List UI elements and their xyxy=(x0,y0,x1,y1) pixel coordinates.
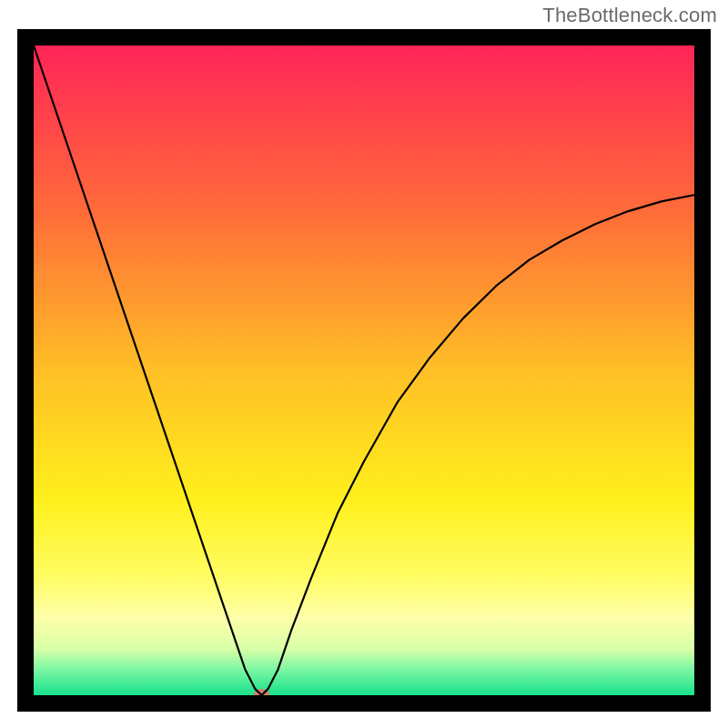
watermark-text: TheBottleneck.com xyxy=(542,4,717,27)
chart-container: TheBottleneck.com xyxy=(0,0,728,728)
chart-frame xyxy=(17,29,711,712)
gradient-background xyxy=(34,46,694,695)
chart-svg xyxy=(17,29,711,712)
